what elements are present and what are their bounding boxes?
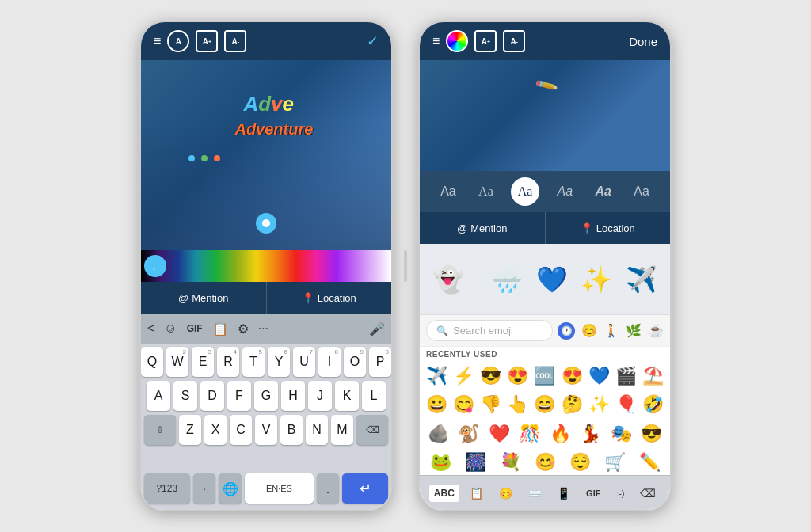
more-icon[interactable]: ··· [258, 321, 268, 336]
key-y[interactable]: Y6 [268, 347, 290, 377]
emoji-sparkles[interactable]: ✨ [585, 392, 612, 417]
emoji-lightning[interactable]: ⚡ [450, 363, 477, 389]
emoji-monkey[interactable]: 🐒 [454, 421, 485, 446]
gif-bottom-button[interactable]: GIF [581, 485, 605, 501]
font-option-6[interactable]: Aa [629, 181, 654, 202]
back-icon[interactable]: < [147, 321, 154, 336]
mic-icon[interactable]: 🎤 [369, 321, 385, 336]
key-k[interactable]: K [335, 381, 359, 411]
mention-button[interactable]: @ Mention [141, 282, 267, 314]
done-button[interactable]: Done [629, 35, 657, 48]
key-n[interactable]: N [306, 415, 328, 445]
key-i[interactable]: I8 [318, 347, 341, 377]
color-wheel-icon[interactable] [446, 30, 468, 52]
emoji-beach[interactable]: ⛱️ [640, 363, 667, 389]
emoji-frog[interactable]: 🐸 [423, 450, 458, 475]
text-size-increase-icon[interactable]: A+ [196, 30, 218, 52]
key-g[interactable]: G [254, 381, 278, 411]
key-r[interactable]: R4 [217, 347, 239, 377]
keyboard-bottom-icon[interactable]: ⌨️ [524, 484, 546, 503]
emoji-blue-heart[interactable]: 💙 [585, 363, 612, 389]
emoji-fireworks[interactable]: 🎆 [458, 450, 493, 475]
key-z[interactable]: Z [179, 415, 201, 445]
location-pin[interactable] [254, 212, 278, 242]
emoji-flowers[interactable]: 💐 [493, 450, 527, 475]
emoji-laugh[interactable]: 😄 [531, 392, 558, 417]
globe-key[interactable]: 🌐 [219, 473, 242, 504]
emoji-pencil[interactable]: ✏️ [632, 450, 667, 475]
emoji-heart-eyes2[interactable]: 😍 [558, 363, 585, 389]
filter-person-icon[interactable]: 🚶 [603, 323, 619, 338]
emoji-point-up[interactable]: 👆 [504, 392, 531, 417]
key-m[interactable]: M [331, 415, 353, 445]
location-button[interactable]: 📍 Location [267, 282, 392, 314]
emoji-drool[interactable]: 😋 [450, 392, 477, 417]
smiley-text-icon[interactable]: :-) [611, 485, 629, 501]
filter-clock-icon[interactable]: 🕐 [558, 322, 575, 340]
key-c[interactable]: C [230, 415, 252, 445]
period-key[interactable]: . [317, 473, 340, 504]
sticker-rain[interactable]: 🌧️ [491, 264, 523, 294]
phone-bottom-icon[interactable]: 📱 [552, 484, 575, 503]
language-key[interactable]: EN·ES [245, 473, 313, 504]
key-t[interactable]: T5 [242, 347, 265, 377]
gif-button[interactable]: GIF [187, 323, 203, 334]
emoji-cool[interactable]: 🆒 [531, 363, 558, 389]
checkmark-icon[interactable]: ✓ [367, 32, 379, 50]
font-option-4[interactable]: Aa [552, 181, 577, 202]
send-key[interactable]: ↵ [342, 473, 388, 504]
key-q[interactable]: Q [141, 347, 163, 377]
sticker-plane[interactable]: ✈️ [626, 264, 657, 294]
key-e[interactable]: E3 [192, 347, 214, 377]
emoji-heart-eyes[interactable]: 😍 [504, 363, 531, 389]
sticker-sparkle[interactable]: ✨ [581, 264, 612, 294]
emoji-rofl[interactable]: 🤣 [640, 392, 667, 417]
emoji-thumbdown[interactable]: 👎 [477, 392, 504, 417]
right-location-button[interactable]: 📍 Location [546, 212, 671, 244]
sticker-heart[interactable]: 💙 [536, 264, 568, 294]
clipboard-bottom-icon[interactable]: 📋 [465, 484, 488, 503]
key-f[interactable]: F [227, 381, 251, 411]
emoji-cool2[interactable]: 😎 [637, 421, 668, 446]
text-size-decrease-icon[interactable]: A- [224, 30, 246, 52]
hamburger-icon[interactable]: ≡ [154, 34, 161, 48]
filter-face-icon[interactable]: 😊 [581, 323, 597, 338]
key-o[interactable]: O9 [344, 347, 366, 377]
emoji-balloon[interactable]: 🎈 [613, 392, 640, 417]
emoji-sunglasses[interactable]: 😎 [477, 363, 504, 389]
eyedropper-button[interactable]: 💧 [144, 255, 166, 277]
abc-button[interactable]: ABC [429, 484, 459, 502]
numbers-key[interactable]: ?123 [144, 473, 190, 504]
clipboard-icon[interactable]: 📋 [212, 321, 228, 336]
key-u[interactable]: U7 [293, 347, 315, 377]
font-option-3-active[interactable]: Aa [511, 177, 539, 206]
key-j[interactable]: J [308, 381, 332, 411]
emoji-cart[interactable]: 🛒 [597, 450, 632, 475]
key-h[interactable]: H [281, 381, 305, 411]
filter-nature-icon[interactable]: 🌿 [626, 323, 642, 338]
backspace-bottom-icon[interactable]: ⌫ [635, 484, 661, 503]
emoji-smile[interactable]: 😊 [527, 450, 562, 475]
right-text-size-decrease-icon[interactable]: A- [503, 30, 525, 52]
emoji-movie[interactable]: 🎬 [613, 363, 640, 389]
emoji-grin[interactable]: 😀 [423, 392, 450, 417]
settings-icon[interactable]: ⚙ [238, 321, 249, 336]
key-b[interactable]: B [280, 415, 303, 445]
emoji-fire[interactable]: 🔥 [545, 421, 576, 446]
filter-food-icon[interactable]: ☕ [648, 323, 664, 338]
emoji-plane[interactable]: ✈️ [423, 363, 450, 389]
key-w[interactable]: W2 [166, 347, 188, 377]
color-picker-bar[interactable]: 💧 [141, 250, 391, 282]
emoji-relieved[interactable]: 😌 [562, 450, 597, 475]
emoji-search-input[interactable]: 🔍 Search emoji [426, 320, 553, 341]
sticker-ghost[interactable]: 👻 [432, 264, 464, 294]
right-text-size-increase-icon[interactable]: A+ [474, 30, 497, 52]
key-a[interactable]: A [147, 381, 170, 411]
key-x[interactable]: X [204, 415, 227, 445]
emoji-dance[interactable]: 💃 [576, 421, 607, 446]
right-mention-button[interactable]: @ Mention [420, 212, 546, 244]
emoji-heart[interactable]: ❤️ [484, 421, 515, 446]
key-v[interactable]: V [255, 415, 277, 445]
emoji-bottom-face-icon[interactable]: 😊 [494, 484, 517, 503]
right-hamburger-icon[interactable]: ≡ [432, 34, 440, 48]
